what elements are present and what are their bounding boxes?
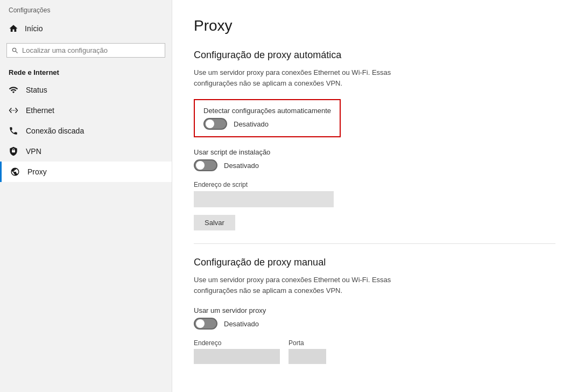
proxy-toggle[interactable] (194, 318, 217, 330)
app-title: Configurações (0, 0, 172, 18)
script-address-label: Endereço de script (194, 181, 555, 188)
detect-toggle[interactable] (203, 118, 227, 130)
detect-highlight-box: Detectar configurações automaticamente D… (194, 99, 341, 137)
sidebar-item-status[interactable]: Status (0, 80, 172, 100)
auto-section-title: Configuração de proxy automática (194, 50, 555, 61)
save-button[interactable]: Salvar (194, 215, 235, 230)
port-input[interactable] (288, 349, 326, 364)
script-label: Usar script de instalação (194, 148, 555, 156)
sidebar-item-vpn-label: VPN (26, 147, 41, 156)
dialup-icon (9, 126, 18, 136)
sidebar-item-status-label: Status (26, 86, 47, 94)
script-setting-row: Usar script de instalação Desativado (194, 148, 555, 171)
proxy-toggle-row: Desativado (194, 318, 555, 330)
proxy-toggle-label: Desativado (224, 320, 259, 328)
sidebar-nav: Status Ethernet Conexão discada VPN (0, 80, 172, 182)
home-icon (9, 24, 18, 33)
divider (194, 243, 555, 244)
sidebar-item-conexao[interactable]: Conexão discada (0, 121, 172, 141)
sidebar-item-ethernet-label: Ethernet (26, 106, 54, 115)
sidebar-item-proxy[interactable]: Proxy (0, 162, 172, 182)
sidebar-item-ethernet[interactable]: Ethernet (0, 100, 172, 121)
ethernet-icon (9, 106, 18, 115)
port-field-label: Porta (288, 339, 326, 347)
home-label: Início (25, 24, 43, 33)
auto-section-desc: Use um servidor proxy para conexões Ethe… (194, 67, 420, 88)
address-input[interactable] (194, 349, 280, 364)
script-address-input[interactable] (194, 191, 334, 207)
address-field: Endereço (194, 339, 280, 364)
script-toggle[interactable] (194, 159, 217, 171)
sidebar-item-conexao-label: Conexão discada (26, 127, 84, 135)
sidebar: Configurações Início Rede e Internet Sta… (0, 0, 172, 392)
detect-toggle-row: Desativado (203, 118, 331, 130)
search-icon (11, 47, 19, 54)
search-box[interactable] (6, 43, 165, 58)
proxy-server-setting-row: Usar um servidor proxy Desativado (194, 306, 555, 330)
main-content: Proxy Configuração de proxy automática U… (172, 0, 577, 392)
port-field: Porta (288, 339, 326, 364)
sidebar-item-vpn[interactable]: VPN (0, 141, 172, 162)
sidebar-item-proxy-label: Proxy (27, 167, 47, 176)
page-title: Proxy (194, 17, 555, 34)
proxy-icon (10, 167, 20, 177)
search-input[interactable] (22, 46, 160, 54)
manual-section-desc: Use um servidor proxy para conexões Ethe… (194, 275, 420, 296)
sidebar-item-home[interactable]: Início (0, 18, 172, 39)
manual-section-title: Configuração de proxy manual (194, 257, 555, 268)
sidebar-section-label: Rede e Internet (0, 64, 172, 80)
detect-label: Detectar configurações automaticamente (203, 107, 331, 115)
script-toggle-label: Desativado (224, 162, 259, 170)
proxy-server-label: Usar um servidor proxy (194, 306, 555, 314)
address-field-label: Endereço (194, 339, 280, 347)
detect-toggle-label: Desativado (234, 120, 269, 128)
script-toggle-row: Desativado (194, 159, 555, 171)
address-port-row: Endereço Porta (194, 339, 555, 364)
status-icon (9, 85, 18, 95)
vpn-icon (9, 146, 18, 156)
